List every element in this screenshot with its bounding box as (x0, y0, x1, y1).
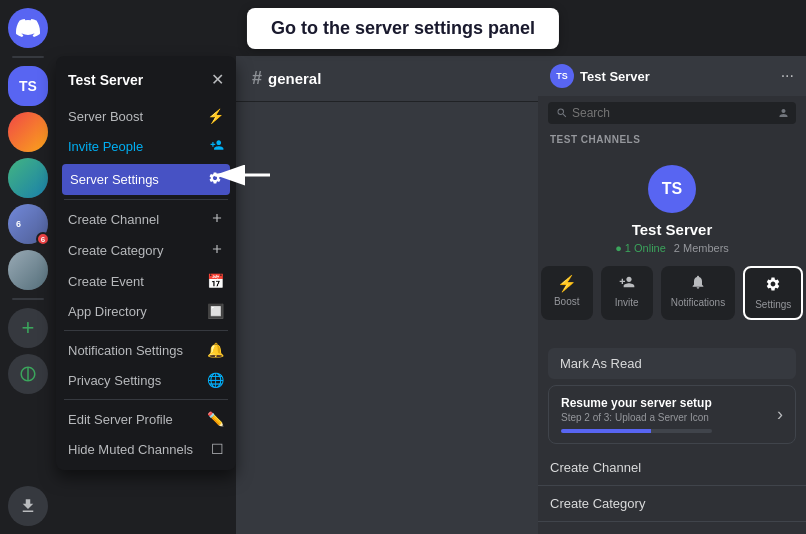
right-menu-create-event[interactable]: Create Event (538, 522, 806, 534)
right-panel-search-input[interactable] (572, 106, 776, 120)
channel-name-text: general (268, 70, 321, 87)
menu-item-label: App Directory (68, 304, 147, 319)
invite-icon (210, 138, 224, 155)
server-icon-ts[interactable]: TS (8, 66, 48, 106)
server-icon-3[interactable]: 6 6 (8, 204, 48, 244)
boost-icon: ⚡ (207, 108, 224, 124)
menu-item-label: Create Event (68, 274, 144, 289)
right-panel-server-name: Test Server (580, 69, 650, 84)
invite-action-label: Invite (615, 297, 639, 308)
invite-action-btn[interactable]: Invite (601, 266, 653, 320)
menu-item-privacy-settings[interactable]: Privacy Settings 🌐 (56, 365, 236, 395)
menu-item-hide-muted[interactable]: Hide Muted Channels ☐ (56, 434, 236, 464)
menu-item-label: Create Channel (68, 212, 159, 227)
context-menu-header: Test Server ✕ (56, 62, 236, 97)
context-menu-title: Test Server (68, 72, 143, 88)
boost-action-label: Boost (554, 296, 580, 307)
right-panel-category-label: Test Channels (538, 130, 806, 149)
right-panel-header: TS Test Server ··· (538, 56, 806, 96)
channel-hash-icon: # (252, 68, 262, 89)
menu-item-label: Invite People (68, 139, 143, 154)
menu-item-server-boost[interactable]: Server Boost ⚡ (56, 101, 236, 131)
main-chat-area: # general (236, 56, 538, 534)
menu-item-label: Privacy Settings (68, 373, 161, 388)
right-panel-more-icon[interactable]: ··· (781, 67, 794, 85)
menu-item-edit-server-profile[interactable]: Edit Server Profile ✏️ (56, 404, 236, 434)
menu-item-create-category[interactable]: Create Category (56, 235, 236, 266)
checkbox-icon: ☐ (211, 441, 224, 457)
right-menu-create-channel[interactable]: Create Channel (538, 450, 806, 486)
notifications-action-btn[interactable]: Notifications (661, 266, 735, 320)
mark-as-read-button[interactable]: Mark As Read (548, 348, 796, 379)
menu-item-label: Server Boost (68, 109, 143, 124)
stat-online: ● 1 Online (615, 242, 666, 254)
menu-item-label: Notification Settings (68, 343, 183, 358)
menu-divider-3 (64, 399, 228, 400)
resume-setup-subtitle: Step 2 of 3: Upload a Server Icon (561, 412, 712, 423)
menu-item-label: Create Category (68, 243, 163, 258)
boost-action-btn[interactable]: ⚡ Boost (541, 266, 593, 320)
instruction-banner: Go to the server settings panel (247, 8, 559, 49)
separator-2 (12, 298, 44, 300)
notification-badge: 6 (36, 232, 50, 246)
download-button[interactable] (8, 486, 48, 526)
server-avatar-large: TS (648, 165, 696, 213)
channel-name: # general (252, 68, 321, 89)
notifications-action-label: Notifications (671, 297, 725, 308)
menu-item-server-settings[interactable]: Server Settings (62, 164, 230, 195)
context-menu-close[interactable]: ✕ (211, 70, 224, 89)
notifications-action-icon (690, 274, 706, 294)
discord-home-icon[interactable] (8, 8, 48, 48)
server-icon-1[interactable] (8, 112, 48, 152)
app-dir-icon: 🔲 (207, 303, 224, 319)
boost-action-icon: ⚡ (557, 274, 577, 293)
menu-divider-2 (64, 330, 228, 331)
progress-bar (561, 429, 712, 433)
menu-item-create-channel[interactable]: Create Channel (56, 204, 236, 235)
server-icons-bar: TS 6 6 + (0, 0, 56, 534)
menu-item-label: Edit Server Profile (68, 412, 173, 427)
right-panel-search[interactable] (548, 102, 796, 124)
event-icon: 📅 (207, 273, 224, 289)
stat-members: 2 Members (674, 242, 729, 254)
server-icon-4[interactable] (8, 250, 48, 290)
add-server-button[interactable]: + (8, 308, 48, 348)
edit-icon: ✏️ (207, 411, 224, 427)
server-stats: ● 1 Online 2 Members (615, 242, 729, 254)
server-name-large: Test Server (632, 221, 713, 238)
right-panel: TS Test Server ··· Test Channels TS Test… (538, 56, 806, 534)
menu-item-invite-people[interactable]: Invite People (56, 131, 236, 162)
notification-icon: 🔔 (207, 342, 224, 358)
menu-item-notification-settings[interactable]: Notification Settings 🔔 (56, 335, 236, 365)
right-menu-create-category[interactable]: Create Category (538, 486, 806, 522)
chevron-right-icon: › (777, 404, 783, 425)
right-panel-server-avatar: TS (550, 64, 574, 88)
resume-setup-title: Resume your server setup (561, 396, 712, 410)
progress-fill (561, 429, 651, 433)
server-actions: ⚡ Boost Invite Notifications (541, 266, 804, 320)
settings-icon (208, 171, 222, 188)
menu-divider (64, 199, 228, 200)
separator (12, 56, 44, 58)
settings-action-icon (765, 276, 781, 296)
context-menu: Test Server ✕ Server Boost ⚡ Invite Peop… (56, 56, 236, 470)
channel-header: # general (236, 56, 538, 102)
discover-button[interactable] (8, 354, 48, 394)
menu-item-app-directory[interactable]: App Directory 🔲 (56, 296, 236, 326)
invite-action-icon (619, 274, 635, 294)
privacy-icon: 🌐 (207, 372, 224, 388)
create-category-icon (210, 242, 224, 259)
menu-item-label: Server Settings (70, 172, 159, 187)
create-channel-icon (210, 211, 224, 228)
menu-item-create-event[interactable]: Create Event 📅 (56, 266, 236, 296)
resume-setup-card[interactable]: Resume your server setup Step 2 of 3: Up… (548, 385, 796, 444)
server-initials: TS (19, 78, 37, 94)
menu-item-label: Hide Muted Channels (68, 442, 193, 457)
server-banner: TS Test Server ● 1 Online 2 Members ⚡ Bo… (538, 149, 806, 344)
settings-action-label: Settings (755, 299, 791, 310)
settings-action-btn[interactable]: Settings (743, 266, 803, 320)
server-icon-2[interactable] (8, 158, 48, 198)
